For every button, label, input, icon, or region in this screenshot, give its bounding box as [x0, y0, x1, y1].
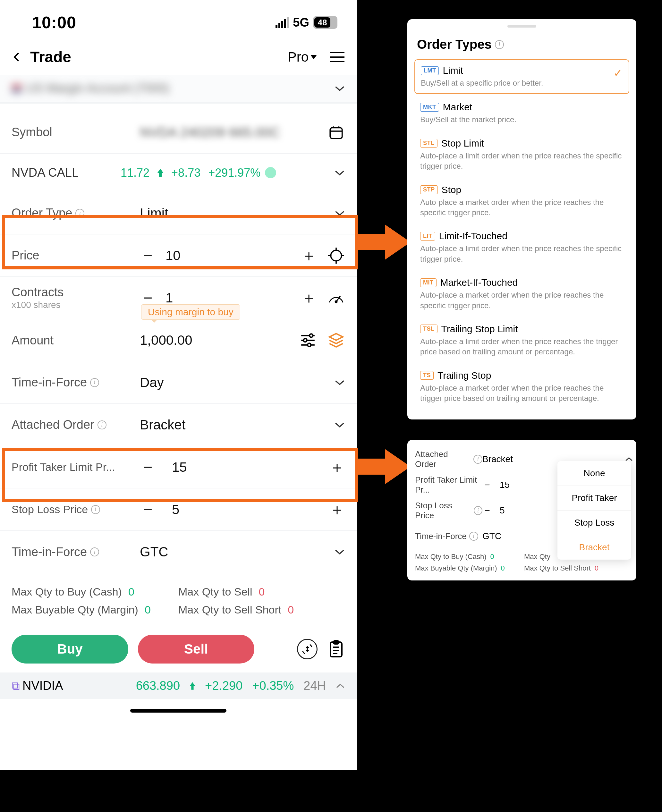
arrow-icon [356, 449, 411, 484]
order-type-option[interactable]: TSLTrailing Stop LimitAuto-place a limit… [415, 318, 629, 363]
dropdown-option[interactable]: Profit Taker [558, 486, 631, 510]
info-icon[interactable]: i [495, 40, 504, 49]
signal-label: 5G [293, 16, 309, 29]
order-type-row[interactable]: Order Typei Limit [0, 192, 357, 234]
contracts-minus-button[interactable]: − [140, 289, 156, 307]
quote-change: +8.73 [171, 166, 201, 180]
gauge-icon[interactable] [327, 289, 345, 307]
profit-minus-button[interactable]: − [140, 458, 156, 476]
order-type-option[interactable]: STLStop LimitAuto-place a limit order wh… [415, 133, 629, 177]
profit-plus-button[interactable]: ＋ [329, 457, 345, 478]
order-type-option[interactable]: MKTMarketBuy/Sell at the market price. [415, 96, 629, 130]
qty-summary: Max Qty to Buy (Cash)0 Max Buyable Qty (… [0, 573, 357, 628]
price-label: Price [11, 249, 140, 262]
attached-order-dropdown: NoneProfit TakerStop LossBracket [558, 461, 631, 560]
status-bar: 10:00 5G 48 [0, 0, 357, 45]
order-types-title: Order Typesi [407, 31, 636, 59]
ao-stop-input[interactable]: 5 [500, 505, 505, 516]
layers-icon[interactable] [327, 331, 345, 349]
tif2-value: GTC [140, 544, 334, 560]
settings-sliders-icon[interactable] [299, 331, 317, 349]
contracts-label: Contracts [11, 286, 140, 299]
contracts-sublabel: x100 shares [11, 300, 140, 310]
contracts-input[interactable]: 1 [166, 290, 301, 306]
account-selector[interactable]: US Margin Account (7000) [0, 75, 357, 104]
svg-point-12 [335, 301, 337, 303]
nav-row: Trade Pro [0, 45, 357, 75]
dropdown-option[interactable]: Stop Loss [558, 510, 631, 535]
price-plus-button[interactable]: ＋ [301, 246, 317, 266]
price-row: Price − 10 ＋ [0, 234, 357, 277]
arrow-icon [356, 225, 411, 260]
link-icon: ⧉ [11, 679, 20, 693]
orders-list-icon[interactable] [327, 640, 345, 658]
info-icon[interactable]: i [469, 532, 478, 541]
stop-plus-button[interactable]: ＋ [329, 499, 345, 520]
svg-rect-4 [330, 128, 342, 138]
symbol-value: NVDA 240209 665.00C [140, 125, 327, 140]
sell-button[interactable]: Sell [138, 635, 255, 664]
attached-order-panel: Attached Orderi Bracket Profit Taker Lim… [407, 440, 636, 581]
quote-pct: +291.97% [208, 166, 260, 180]
quote-row[interactable]: NVDA CALL 11.72 +8.73 +291.97% [0, 154, 357, 192]
svg-point-18 [308, 343, 311, 347]
info-icon[interactable]: i [76, 209, 84, 218]
attached-value: Bracket [140, 417, 334, 433]
contracts-plus-button[interactable]: ＋ [301, 288, 317, 308]
price-minus-button[interactable]: − [140, 247, 156, 264]
back-button[interactable] [11, 51, 30, 63]
drag-handle[interactable] [508, 25, 536, 27]
margin-badge: Using margin to buy [141, 304, 240, 320]
ticker-row[interactable]: ⧉NVIDIA 663.890 +2.290 +0.35% 24H [0, 672, 357, 699]
info-icon[interactable]: i [473, 455, 482, 464]
attached-order-row[interactable]: Attached Orderi Bracket [0, 404, 357, 446]
minus-button[interactable]: − [482, 505, 492, 516]
battery-icon: 48 [313, 16, 337, 29]
profit-taker-label: Profit Taker Limit Pr... [11, 461, 140, 473]
svg-point-6 [331, 250, 341, 261]
amount-label: Amount [11, 334, 140, 347]
svg-marker-0 [310, 55, 317, 59]
stop-loss-input[interactable]: 5 [172, 502, 329, 517]
order-type-option[interactable]: LITLimit-If-TouchedAuto-place a limit or… [415, 225, 629, 270]
symbol-row[interactable]: Symbol NVDA 240209 665.00C [0, 111, 357, 154]
target-price-icon[interactable] [327, 247, 345, 265]
order-types-panel: Order Typesi LMTLimitBuy/Sell at a speci… [407, 19, 636, 419]
svg-marker-19 [329, 334, 343, 340]
tif2-row[interactable]: Time-in-Forcei GTC [0, 531, 357, 573]
quote-price: 11.72 [121, 166, 149, 180]
info-icon[interactable]: i [90, 378, 99, 387]
dropdown-option[interactable]: None [558, 461, 631, 486]
stop-minus-button[interactable]: − [140, 501, 156, 518]
tif-value: Day [140, 375, 334, 390]
buy-button[interactable]: Buy [11, 635, 128, 664]
order-type-option[interactable]: TSTrailing StopAuto-place a market order… [415, 365, 629, 409]
svg-marker-5 [157, 168, 164, 177]
signal-icon [275, 17, 289, 28]
info-icon[interactable]: i [474, 506, 482, 515]
ao-profit-input[interactable]: 15 [500, 480, 509, 490]
menu-button[interactable] [330, 51, 346, 63]
svg-point-16 [304, 339, 307, 342]
attached-label: Attached Orderi [11, 418, 140, 432]
tif-row[interactable]: Time-in-Forcei Day [0, 361, 357, 404]
order-type-option[interactable]: STPStopAuto-place a market order when th… [415, 179, 629, 223]
amount-value: 1,000.00 [140, 332, 299, 348]
stop-loss-row: Stop Loss Pricei − 5 ＋ [0, 488, 357, 531]
order-type-option[interactable]: LMTLimitBuy/Sell at a specific price or … [415, 59, 629, 94]
info-icon[interactable]: i [98, 420, 106, 429]
profit-taker-input[interactable]: 15 [172, 459, 329, 475]
info-icon[interactable]: i [91, 505, 100, 514]
dropdown-option[interactable]: Bracket [558, 535, 631, 560]
mode-toggle[interactable]: Pro [288, 50, 317, 65]
order-type-value: Limit [140, 205, 334, 221]
price-input[interactable]: 10 [166, 248, 301, 263]
minus-button[interactable]: − [482, 480, 492, 490]
home-indicator [130, 709, 227, 713]
order-type-option[interactable]: MITMarket-If-TouchedAuto-place a market … [415, 272, 629, 316]
svg-marker-26 [356, 225, 411, 260]
clock-icon [265, 167, 276, 178]
swap-currency-icon[interactable] [297, 639, 318, 660]
info-icon[interactable]: i [90, 547, 99, 557]
watchlist-icon[interactable] [327, 124, 345, 141]
